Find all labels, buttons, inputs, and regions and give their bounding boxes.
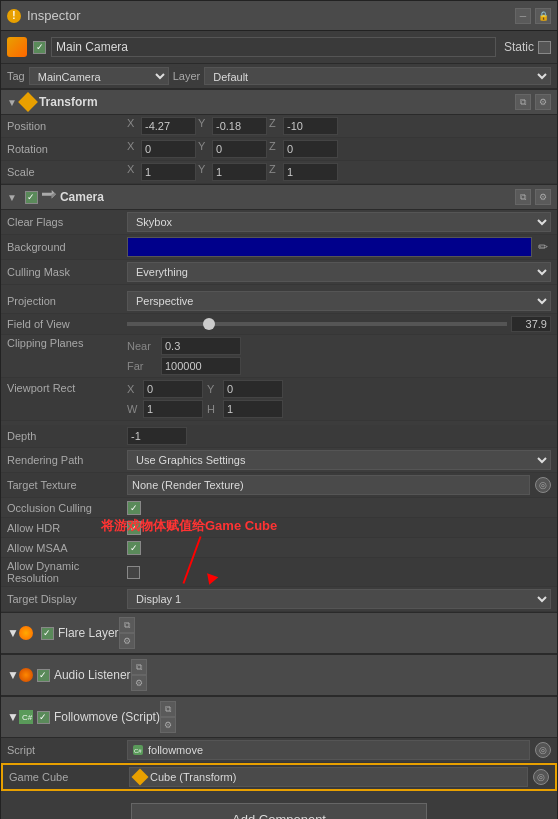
position-y-input[interactable] (212, 117, 267, 135)
svg-text:C#: C# (22, 713, 33, 722)
clipping-values: Near Far (127, 337, 241, 375)
flare-settings-icon[interactable]: ⚙ (119, 633, 135, 649)
target-display-dropdown[interactable]: Display 1 (127, 589, 551, 609)
minimize-icon[interactable]: ─ (515, 8, 531, 24)
clipping-planes-row: Clipping Planes Near Far (1, 335, 557, 378)
audio-arrow: ▼ (7, 668, 19, 682)
rendering-path-dropdown[interactable]: Use Graphics Settings (127, 450, 551, 470)
tag-label: Tag (7, 70, 25, 82)
rotation-z-input[interactable] (283, 140, 338, 158)
target-texture-value: None (Render Texture) ◎ (127, 475, 551, 495)
target-display-value: Display 1 (127, 589, 551, 609)
vp-y-input[interactable] (223, 380, 283, 398)
followmove-checkbox[interactable]: ✓ (37, 711, 50, 724)
rendering-path-row: Rendering Path Use Graphics Settings (1, 448, 557, 473)
allow-msaa-label: Allow MSAA (7, 542, 127, 554)
allow-msaa-row: Allow MSAA ✓ (1, 538, 557, 558)
fov-slider[interactable] (127, 322, 507, 326)
far-input[interactable] (161, 357, 241, 375)
target-display-row: Target Display Display 1 将游戏物体赋值给Game Cu… (1, 587, 557, 612)
svg-text:C#: C# (134, 748, 142, 754)
clear-flags-dropdown[interactable]: Skybox (127, 212, 551, 232)
object-name-input[interactable] (51, 37, 496, 57)
scale-xyz: X Y Z (127, 163, 551, 181)
game-cube-btn[interactable]: Cube (Transform) (129, 767, 528, 787)
transform-copy-icon[interactable]: ⧉ (515, 94, 531, 110)
svg-rect-0 (42, 193, 51, 201)
game-cube-pick[interactable]: ◎ (533, 769, 549, 785)
vp-w-input[interactable] (143, 400, 203, 418)
audio-checkbox[interactable]: ✓ (37, 669, 50, 682)
vp-x-input[interactable] (143, 380, 203, 398)
occlusion-checkbox[interactable]: ✓ (127, 501, 141, 515)
object-enabled-checkbox[interactable] (33, 41, 46, 54)
audio-listener-header[interactable]: ▼ ✓ Audio Listener ⧉ ⚙ (1, 654, 557, 696)
depth-input[interactable] (127, 427, 187, 445)
near-input[interactable] (161, 337, 241, 355)
followmove-actions: ⧉ ⚙ (160, 701, 176, 733)
script-obj-btn[interactable]: C# followmove (127, 740, 530, 760)
clipping-near-row: Near (127, 337, 241, 355)
scale-y-input[interactable] (212, 163, 267, 181)
script-label: Script (7, 744, 127, 756)
allow-hdr-row: Allow HDR ✓ (1, 518, 557, 538)
color-picker-icon[interactable]: ✏ (535, 239, 551, 255)
flare-arrow: ▼ (7, 626, 19, 640)
scale-x-input[interactable] (141, 163, 196, 181)
culling-mask-dropdown[interactable]: Everything (127, 262, 551, 282)
allow-dynamic-label: Allow Dynamic Resolution (7, 560, 127, 584)
allow-dynamic-checkbox[interactable] (127, 566, 140, 579)
culling-mask-value: Everything (127, 262, 551, 282)
fov-value-input[interactable] (511, 316, 551, 332)
static-checkbox[interactable] (538, 41, 551, 54)
title-bar: ! Inspector ─ 🔒 (1, 1, 557, 31)
flare-checkbox[interactable]: ✓ (41, 627, 54, 640)
projection-dropdown[interactable]: Perspective (127, 291, 551, 311)
allow-hdr-checkbox[interactable]: ✓ (127, 521, 141, 535)
transform-settings-icon[interactable]: ⚙ (535, 94, 551, 110)
add-component-button[interactable]: Add Component (131, 803, 427, 819)
clear-flags-label: Clear Flags (7, 216, 127, 228)
followmove-copy-icon[interactable]: ⧉ (160, 701, 176, 717)
allow-msaa-checkbox[interactable]: ✓ (127, 541, 141, 555)
camera-section-header[interactable]: ▼ ✓ Camera ⧉ ⚙ (1, 184, 557, 210)
position-z-input[interactable] (283, 117, 338, 135)
script-value: C# followmove ◎ (127, 740, 551, 760)
cube-icon (132, 769, 149, 786)
position-xyz: X Y Z (127, 117, 551, 135)
camera-checkbox[interactable]: ✓ (25, 191, 38, 204)
clear-flags-row: Clear Flags Skybox (1, 210, 557, 235)
camera-copy-icon[interactable]: ⧉ (515, 189, 531, 205)
fov-thumb[interactable] (203, 318, 215, 330)
game-cube-row: Game Cube Cube (Transform) ◎ (1, 763, 557, 791)
culling-mask-row: Culling Mask Everything (1, 260, 557, 285)
svg-marker-1 (51, 192, 56, 202)
transform-icon (18, 92, 38, 112)
scale-z-input[interactable] (283, 163, 338, 181)
flare-layer-header[interactable]: ▼ ✓ Flare Layer ⧉ ⚙ (1, 612, 557, 654)
camera-settings-icon[interactable]: ⚙ (535, 189, 551, 205)
vp-h-input[interactable] (223, 400, 283, 418)
inspector-window: ! Inspector ─ 🔒 Static Tag MainCamera La… (0, 0, 558, 819)
rotation-y-input[interactable] (212, 140, 267, 158)
audio-copy-icon[interactable]: ⧉ (131, 659, 147, 675)
static-label: Static (504, 40, 534, 54)
layer-dropdown[interactable]: Default (204, 67, 551, 85)
flare-title: Flare Layer (58, 626, 119, 640)
audio-settings-icon[interactable]: ⚙ (131, 675, 147, 691)
target-texture-pick[interactable]: ◎ (535, 477, 551, 493)
rotation-x-input[interactable] (141, 140, 196, 158)
script-pick[interactable]: ◎ (535, 742, 551, 758)
audio-icon (19, 668, 33, 682)
position-x-input[interactable] (141, 117, 196, 135)
background-row: Background ✏ (1, 235, 557, 260)
followmove-settings-icon[interactable]: ⚙ (160, 717, 176, 733)
target-texture-btn[interactable]: None (Render Texture) (127, 475, 530, 495)
transform-section-header[interactable]: ▼ Transform ⧉ ⚙ (1, 89, 557, 115)
tag-dropdown[interactable]: MainCamera (29, 67, 169, 85)
flare-copy-icon[interactable]: ⧉ (119, 617, 135, 633)
lock-icon[interactable]: 🔒 (535, 8, 551, 24)
background-color-field[interactable] (127, 237, 532, 257)
followmove-section-header[interactable]: ▼ C# ✓ Followmove (Script) ⧉ ⚙ (1, 696, 557, 738)
flare-icon (19, 626, 33, 640)
